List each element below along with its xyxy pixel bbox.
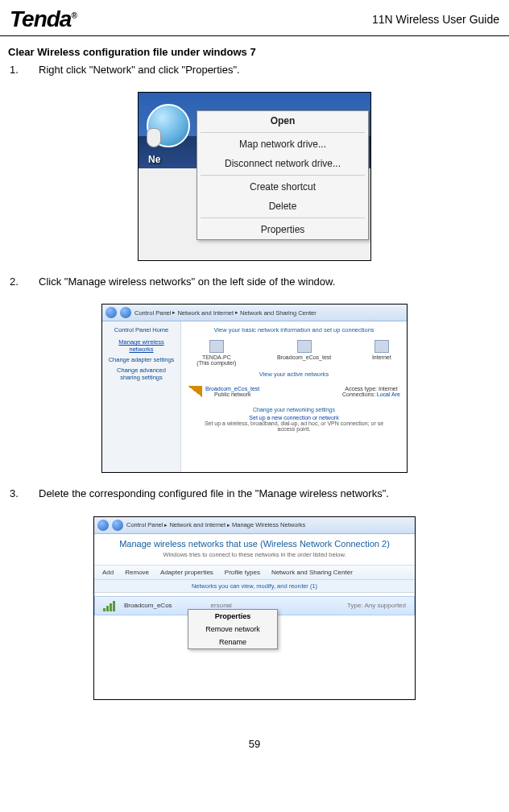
- signal-bars-icon: [103, 600, 118, 611]
- forward-button-icon[interactable]: [112, 520, 123, 531]
- setup-desc: Set up a wireless, broadband, dial-up, a…: [188, 420, 400, 426]
- node-internet: Internet: [372, 340, 391, 366]
- change-settings-section: Change your networking settings Set up a…: [188, 407, 400, 432]
- right-title: View your basic network information and …: [188, 326, 400, 334]
- ctx-disconnect-drive[interactable]: Disconnect network drive...: [197, 154, 368, 173]
- chevron-right-icon: ▸: [172, 309, 176, 316]
- signal-icon: [188, 386, 202, 397]
- toolbar-add[interactable]: Add: [102, 569, 114, 576]
- node-name: TENDA-PC: [202, 354, 231, 360]
- conn-value[interactable]: Local Are: [377, 392, 400, 397]
- breadcrumb-item[interactable]: Network and Internet: [169, 521, 226, 528]
- forward-button-icon[interactable]: [120, 307, 131, 318]
- network-name: Broadcom_eCos: [124, 602, 172, 609]
- logo: Tenda®: [10, 6, 77, 32]
- internet-icon: [375, 340, 389, 353]
- access-value: Internet: [379, 386, 398, 392]
- breadcrumb: Control Panel▸ Network and Internet▸ Man…: [126, 521, 305, 528]
- title-suffix: User Guide: [442, 13, 499, 26]
- ctx-open[interactable]: Open: [197, 111, 368, 130]
- chevron-right-icon: ▸: [164, 522, 168, 528]
- link-adapter-settings[interactable]: Change adapter settings: [106, 356, 176, 363]
- ctx-properties[interactable]: Properties: [197, 220, 368, 239]
- fig3-banner: Manage wireless networks that use (Wirel…: [94, 534, 415, 566]
- ctx-sep: [201, 175, 365, 176]
- page-header: Tenda® 11N Wireless User Guide: [0, 0, 509, 36]
- breadcrumb: Control Panel▸ Network and Internet▸ Net…: [134, 309, 317, 317]
- access-label: Access type:: [345, 386, 377, 392]
- section-title: Clear Wireless configuration file under …: [8, 46, 501, 58]
- breadcrumb-item[interactable]: Network and Internet: [177, 309, 234, 317]
- banner-subtitle: Windows tries to connect to these networ…: [102, 551, 407, 558]
- network-globe-icon[interactable]: [147, 104, 190, 147]
- toolbar-remove[interactable]: Remove: [125, 569, 149, 576]
- header-title: 11N Wireless User Guide: [372, 13, 499, 26]
- network-map: TENDA-PC (This computer) Broadcom_eCos_t…: [188, 340, 400, 366]
- breadcrumb-item[interactable]: Control Panel: [126, 521, 163, 528]
- page-content: Clear Wireless configuration file under …: [0, 36, 509, 723]
- type-label: Type:: [347, 602, 363, 609]
- fig2-left-pane: Control Panel Home Manage wireless netwo…: [102, 321, 181, 473]
- ctx-remove-network[interactable]: Remove network: [188, 623, 277, 636]
- step-1: 1. Right click "Network" and click "Prop…: [8, 63, 501, 77]
- back-button-icon[interactable]: [97, 520, 109, 531]
- toolbar-sharing-center[interactable]: Network and Sharing Center: [271, 569, 353, 576]
- ctx-sep: [201, 132, 365, 133]
- setup-connection-link[interactable]: Set up a new connection or network: [188, 415, 400, 420]
- computer-icon: [209, 340, 224, 353]
- step-3: 3. Delete the corresponding configured f…: [8, 487, 501, 501]
- fig3-titlebar: Control Panel▸ Network and Internet▸ Man…: [94, 517, 415, 534]
- figure-2: Control Panel▸ Network and Internet▸ Net…: [101, 304, 408, 473]
- link-manage-wireless[interactable]: Manage wireless networks: [106, 338, 176, 353]
- active-networks-label: View your active networks: [188, 371, 400, 378]
- logo-text: Tenda: [10, 6, 71, 31]
- title-prefix: 11N Wireless: [372, 13, 442, 26]
- chevron-right-icon: ▸: [235, 309, 238, 316]
- fig2-right-pane: View your basic network information and …: [181, 321, 407, 473]
- back-button-icon[interactable]: [106, 307, 117, 318]
- link-advanced-sharing[interactable]: Change advanced sharing settings: [106, 367, 176, 381]
- chevron-right-icon: ▸: [227, 522, 230, 528]
- node-name: Internet: [372, 354, 391, 360]
- ctx-rename[interactable]: Rename: [188, 636, 277, 648]
- breadcrumb-item[interactable]: Control Panel: [134, 309, 171, 317]
- figure-3-wrap: Control Panel▸ Network and Internet▸ Man…: [8, 516, 501, 702]
- page-number: 59: [0, 738, 509, 750]
- ctx-properties[interactable]: Properties: [188, 610, 277, 623]
- mouse-icon: [147, 128, 161, 147]
- router-icon: [297, 340, 312, 353]
- group-header: Networks you can view, modify, and reord…: [94, 580, 415, 593]
- figure-1: Ne Open Map network drive... Disconnect …: [138, 92, 371, 261]
- network-label: Ne: [148, 154, 160, 165]
- figure-1-wrap: Ne Open Map network drive... Disconnect …: [8, 92, 501, 263]
- node-name: Broadcom_eCos_test: [277, 354, 331, 360]
- fig2-titlebar: Control Panel▸ Network and Internet▸ Net…: [102, 304, 407, 321]
- setup-desc2: access point.: [188, 426, 400, 432]
- figure-3: Control Panel▸ Network and Internet▸ Man…: [93, 516, 416, 700]
- step-number: 2.: [8, 275, 39, 289]
- toolbar-profile-types[interactable]: Profile types: [225, 569, 260, 576]
- breadcrumb-item[interactable]: Manage Wireless Networks: [232, 521, 305, 528]
- node-sub: (This computer): [197, 360, 236, 366]
- conn-label: Connections:: [342, 392, 375, 397]
- ctx-map-drive[interactable]: Map network drive...: [197, 135, 368, 154]
- breadcrumb-item[interactable]: Network and Sharing Center: [240, 309, 317, 317]
- logo-registered: ®: [71, 11, 76, 20]
- active-network-row: Broadcom_eCos_test Public network Access…: [188, 386, 400, 397]
- banner-title: Manage wireless networks that use (Wirel…: [102, 539, 407, 549]
- fig2-body: Control Panel Home Manage wireless netwo…: [102, 321, 407, 473]
- context-menu: Properties Remove network Rename: [188, 609, 278, 649]
- ctx-create-shortcut[interactable]: Create shortcut: [197, 177, 368, 197]
- node-this-pc: TENDA-PC (This computer): [197, 340, 236, 366]
- ctx-delete[interactable]: Delete: [197, 197, 368, 216]
- node-router: Broadcom_eCos_test: [277, 340, 331, 366]
- change-heading: Change your networking settings: [188, 407, 400, 412]
- step-number: 3.: [8, 487, 39, 501]
- toolbar-adapter-properties[interactable]: Adapter properties: [160, 569, 213, 576]
- context-menu: Open Map network drive... Disconnect net…: [197, 110, 369, 240]
- step-number: 1.: [8, 63, 39, 77]
- figure-2-wrap: Control Panel▸ Network and Internet▸ Net…: [8, 304, 501, 475]
- active-network-name[interactable]: Broadcom_eCos_test: [205, 386, 259, 392]
- step-2: 2. Click "Manage wireless networks" on t…: [8, 275, 501, 289]
- network-list: Broadcom_eCos ersonal Type: Any supporte…: [94, 593, 415, 672]
